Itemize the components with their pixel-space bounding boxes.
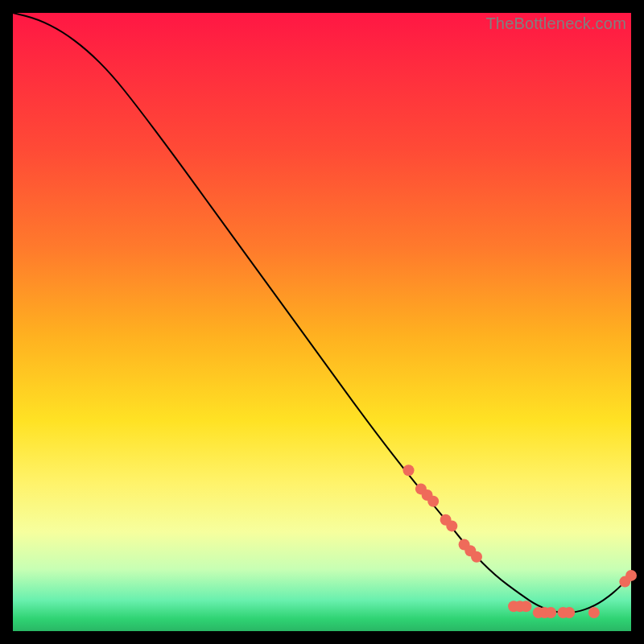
data-marker	[427, 496, 439, 507]
data-marker	[403, 464, 415, 476]
data-marker	[588, 607, 600, 618]
data-marker	[545, 607, 556, 618]
chart-svg	[13, 13, 631, 631]
data-marker	[564, 607, 575, 618]
data-markers	[403, 464, 638, 618]
curve-line	[13, 13, 631, 613]
chart-stage: TheBottleneck.com	[0, 0, 644, 644]
data-marker	[520, 601, 531, 612]
data-marker	[625, 570, 637, 581]
data-marker	[471, 551, 482, 563]
chart-plot-area: TheBottleneck.com	[13, 13, 631, 631]
data-marker	[446, 520, 457, 531]
